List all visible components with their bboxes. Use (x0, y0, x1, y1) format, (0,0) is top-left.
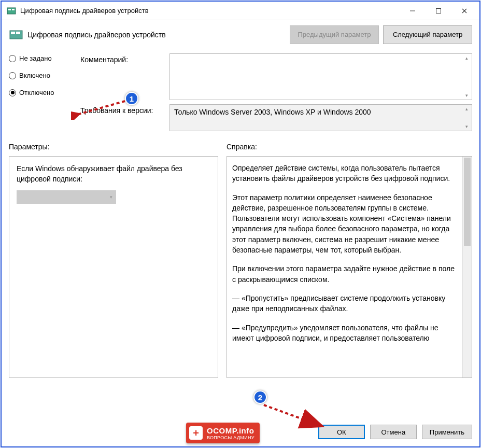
cancel-button[interactable]: Отмена (370, 425, 417, 439)
scrollbar[interactable]: ▴▾ (462, 54, 471, 99)
titlebar: Цифровая подпись драйверов устройств (2, 2, 479, 20)
svg-rect-9 (16, 32, 20, 34)
maximize-button[interactable] (426, 2, 451, 20)
svg-rect-4 (436, 8, 441, 13)
radio-disabled[interactable]: Отключено (9, 89, 77, 96)
minimize-button[interactable] (400, 2, 426, 20)
help-panel: Определяет действие системы, когда польз… (227, 156, 472, 378)
next-setting-button[interactable]: Следующий параметр (383, 25, 472, 44)
radio-icon (9, 55, 16, 62)
radio-icon (9, 89, 16, 96)
scrollbar-thumb[interactable] (464, 158, 471, 246)
svg-line-11 (264, 405, 321, 426)
params-section-label: Параметры: (9, 143, 227, 151)
radio-icon (9, 72, 16, 79)
policy-title: Цифровая подпись драйверов устройств (27, 31, 286, 39)
help-scrollbar[interactable] (462, 157, 472, 377)
version-box: Только Windows Server 2003, Windows XP и… (169, 104, 472, 131)
scrollbar[interactable]: ▴▾ (462, 105, 471, 130)
radio-label: Не задано (19, 54, 52, 62)
radio-label: Включено (19, 72, 50, 79)
apply-button[interactable]: Применить (422, 425, 472, 439)
svg-rect-8 (11, 32, 15, 34)
version-label: Требования к версии: (80, 104, 169, 115)
ok-button[interactable]: ОК (318, 425, 365, 439)
radio-enabled[interactable]: Включено (9, 72, 77, 79)
params-panel: Если Windows обнаруживает файл драйвера … (9, 156, 218, 378)
params-text: Если Windows обнаруживает файл драйвера … (17, 164, 210, 184)
window-title: Цифровая подпись драйверов устройств (20, 7, 400, 15)
svg-rect-0 (7, 8, 16, 14)
help-section-label: Справка: (227, 143, 257, 151)
close-button[interactable] (451, 2, 477, 20)
annotation-badge-1: 1 (125, 92, 138, 105)
comment-label: Комментарий: (80, 53, 169, 64)
previous-setting-button: Предыдущий параметр (290, 25, 379, 44)
policy-icon (9, 27, 23, 42)
help-text: Определяет действие системы, когда польз… (227, 157, 462, 377)
radio-label: Отключено (19, 89, 54, 96)
radio-not-configured[interactable]: Не задано (9, 54, 77, 62)
app-icon (7, 6, 16, 16)
svg-rect-1 (8, 9, 11, 10)
comment-textarea[interactable]: ▴▾ (169, 53, 472, 100)
chevron-down-icon: ▾ (110, 194, 112, 200)
svg-rect-2 (12, 9, 15, 10)
version-text: Только Windows Server 2003, Windows XP и… (174, 108, 371, 116)
action-dropdown: ▾ (17, 190, 116, 204)
annotation-badge-2: 2 (253, 390, 267, 404)
